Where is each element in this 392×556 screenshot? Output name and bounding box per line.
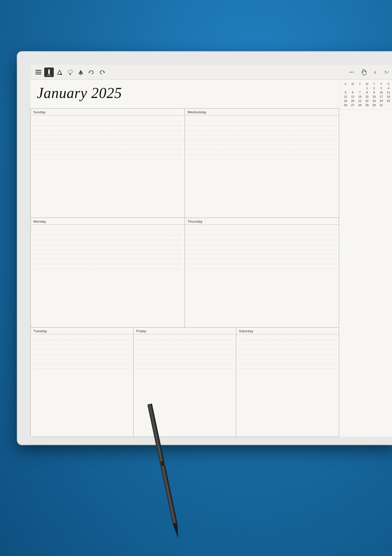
cal-cell[interactable]: 18 <box>385 95 392 99</box>
line <box>33 250 182 254</box>
day-cell-thursday: Thursday <box>185 218 339 327</box>
svg-point-9 <box>70 74 71 75</box>
line <box>187 240 337 245</box>
line <box>33 150 182 155</box>
redo-icon[interactable] <box>97 68 107 77</box>
line <box>136 355 234 359</box>
line <box>33 122 182 126</box>
bottom-row: Tuesday Friday <box>31 328 339 437</box>
cal-cell[interactable]: 27 <box>349 103 356 107</box>
hand-tool-icon[interactable] <box>359 68 368 77</box>
cal-cell[interactable]: 26 <box>342 103 349 107</box>
month-title: January 2025 <box>30 80 339 105</box>
line <box>33 145 182 150</box>
day-label-sunday: Sunday <box>31 109 185 115</box>
line <box>187 136 337 140</box>
cal-cell[interactable]: 6 <box>349 90 356 95</box>
cal-cell[interactable]: 24 <box>378 99 385 103</box>
day-label-friday: Friday <box>133 328 236 334</box>
page-number-display: 5 / <box>382 68 391 77</box>
line <box>33 226 182 231</box>
cal-cell[interactable]: 23 <box>371 99 378 103</box>
line <box>238 364 337 369</box>
shape-icon[interactable] <box>55 68 64 77</box>
svg-rect-5 <box>48 70 50 70</box>
cal-cell[interactable]: 5 <box>342 90 349 95</box>
svg-rect-0 <box>35 70 41 71</box>
cal-cell[interactable] <box>342 86 349 90</box>
planner-area: January 2025 Sunday <box>30 80 339 437</box>
svg-point-12 <box>80 74 81 75</box>
cal-cell[interactable]: 20 <box>349 99 356 103</box>
line <box>33 117 182 121</box>
toolbar-right: ··· ‹ 5 / <box>347 68 391 77</box>
cal-header-wed: W <box>363 82 371 86</box>
cal-cell[interactable] <box>349 86 356 90</box>
day-label-wednesday: Wednesday <box>185 109 339 115</box>
kindle-device: 0.30 <box>17 52 392 445</box>
cal-cell[interactable]: 19 <box>342 99 349 103</box>
svg-marker-14 <box>88 71 90 73</box>
cal-cell[interactable]: 22 <box>363 99 371 103</box>
cal-header-fri: F <box>378 82 385 86</box>
line <box>187 231 337 235</box>
pen-badge: 0.30 <box>47 74 51 76</box>
pen-tool-wrap: 0.30 <box>44 68 54 77</box>
cal-cell[interactable]: 30 <box>371 103 378 107</box>
cal-header-mon: M <box>349 82 356 86</box>
line <box>187 126 337 131</box>
cal-cell[interactable]: 31 <box>378 103 385 107</box>
cal-cell[interactable]: 12 <box>342 95 349 99</box>
cal-cell[interactable]: 11 <box>385 90 392 95</box>
cal-cell[interactable]: 17 <box>378 95 385 99</box>
line <box>238 350 337 355</box>
cal-cell[interactable]: 16 <box>371 95 378 99</box>
day-cell-sunday: Sunday <box>31 109 185 218</box>
line <box>187 245 337 250</box>
menu-icon[interactable] <box>34 68 43 77</box>
cal-cell[interactable]: 28 <box>356 103 363 107</box>
cal-cell[interactable]: 29 <box>363 103 371 107</box>
cal-cell[interactable]: 4 <box>385 86 392 90</box>
cal-cell[interactable]: 8 <box>363 90 371 95</box>
cal-cell[interactable] <box>356 86 363 90</box>
undo-icon[interactable] <box>87 68 96 77</box>
cal-cell[interactable]: 3 <box>378 86 385 90</box>
line <box>33 141 182 145</box>
line <box>136 340 234 345</box>
line <box>187 250 337 254</box>
line <box>187 145 337 150</box>
cal-header-sun: S <box>342 82 349 86</box>
cal-cell[interactable]: 7 <box>356 90 363 95</box>
day-label-thursday: Thursday <box>185 218 339 225</box>
thursday-lines <box>185 225 339 270</box>
sunday-lines <box>31 115 185 161</box>
cal-cell[interactable]: 10 <box>378 90 385 95</box>
line <box>33 136 182 140</box>
line <box>187 236 337 240</box>
wednesday-lines <box>185 115 339 161</box>
saturday-lines <box>236 334 339 370</box>
day-cell-tuesday: Tuesday <box>31 328 133 437</box>
cal-cell[interactable] <box>385 103 392 107</box>
line <box>33 155 182 159</box>
more-options-icon[interactable]: ··· <box>347 68 357 77</box>
back-nav-icon[interactable]: ‹ <box>370 68 380 77</box>
cal-cell[interactable]: 25 <box>385 99 392 103</box>
cal-cell[interactable]: 2 <box>371 86 378 90</box>
cal-cell[interactable]: 9 <box>371 90 378 95</box>
device-screen: 0.30 <box>30 65 392 437</box>
cal-cell[interactable]: 13 <box>349 95 356 99</box>
line <box>238 336 337 340</box>
day-label-tuesday: Tuesday <box>31 328 133 334</box>
lasso-icon[interactable] <box>65 68 75 77</box>
friday-lines <box>133 334 236 370</box>
cal-cell[interactable]: 14 <box>356 95 363 99</box>
cal-cell[interactable]: 21 <box>356 99 363 103</box>
cal-header-sat: S <box>385 82 392 86</box>
eraser-icon[interactable] <box>76 68 86 77</box>
cal-cell[interactable]: 1 <box>363 86 371 90</box>
line <box>187 122 337 126</box>
line <box>33 255 182 259</box>
cal-cell[interactable]: 15 <box>363 95 371 99</box>
